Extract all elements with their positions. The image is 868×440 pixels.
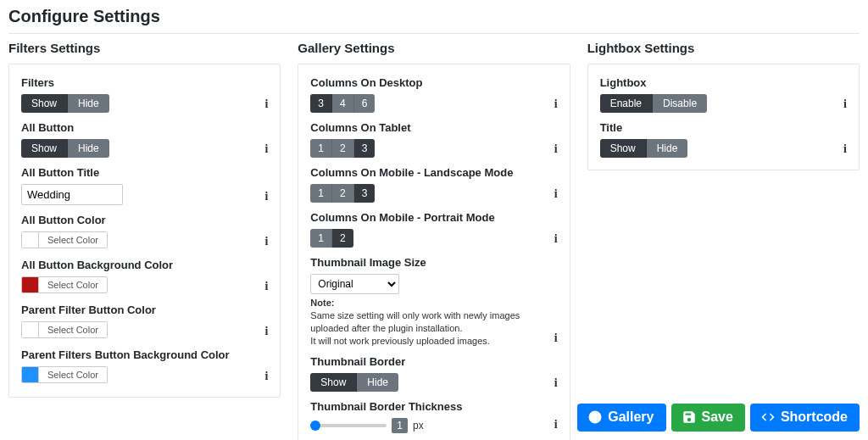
filters-panel: Filters Show Hide i All Button Show Hide… xyxy=(8,64,281,398)
gallery-panel: Columns On Desktop 3 4 6 i Columns On Ta… xyxy=(298,64,570,440)
thumb-border-hide[interactable]: Hide xyxy=(357,373,398,392)
note-line2: It will not work previously uploaded ima… xyxy=(310,336,490,346)
thumb-border-thickness-field: Thumbnail Border Thickness 1 px i xyxy=(310,400,557,433)
info-icon[interactable]: i xyxy=(264,97,268,111)
cols-mobile-land-opt-1[interactable]: 2 xyxy=(332,184,354,203)
code-icon xyxy=(760,409,776,425)
all-button-bg-field: All Button Background Color Select Color… xyxy=(21,259,268,295)
slider-track xyxy=(310,424,387,427)
filters-column: Filters Settings Filters Show Hide i All… xyxy=(8,41,281,398)
color-swatch xyxy=(22,232,39,248)
thumb-size-select[interactable]: Original xyxy=(310,274,399,294)
all-button-toggle-hide[interactable]: Hide xyxy=(68,139,109,158)
cols-desktop-opt-2[interactable]: 6 xyxy=(354,94,376,113)
lightbox-title-hide[interactable]: Hide xyxy=(647,139,688,158)
cols-desktop-opt-1[interactable]: 4 xyxy=(332,94,354,113)
cols-mobile-land-opt-0[interactable]: 1 xyxy=(310,184,332,203)
select-color-label[interactable]: Select Color xyxy=(39,232,107,248)
parent-filter-bg-picker[interactable]: Select Color xyxy=(21,366,108,383)
lightbox-label: Lightbox xyxy=(600,76,847,89)
info-icon[interactable]: i xyxy=(554,142,558,156)
lightbox-title-toggle[interactable]: Show Hide xyxy=(600,139,688,158)
gallery-column: Gallery Settings Columns On Desktop 3 4 … xyxy=(298,41,570,440)
color-swatch xyxy=(22,322,39,337)
cols-tablet-toggle[interactable]: 1 2 3 xyxy=(310,139,375,158)
parent-filter-bg-label: Parent Filters Button Background Color xyxy=(21,348,268,361)
info-icon[interactable]: i xyxy=(554,331,558,345)
all-button-title-input[interactable] xyxy=(21,184,123,205)
all-button-label: All Button xyxy=(21,121,268,134)
save-icon xyxy=(682,409,697,425)
thumb-border-label: Thumbnail Border xyxy=(310,355,557,368)
cols-tablet-opt-2[interactable]: 3 xyxy=(354,139,376,158)
info-icon[interactable]: i xyxy=(264,325,268,338)
cols-mobile-port-opt-0[interactable]: 1 xyxy=(310,229,332,248)
note-line1: Same size setting will only work with ne… xyxy=(310,310,520,333)
info-icon[interactable]: i xyxy=(264,280,268,293)
info-icon[interactable]: i xyxy=(843,142,847,156)
thumb-border-show[interactable]: Show xyxy=(310,373,357,392)
select-color-label[interactable]: Select Color xyxy=(39,277,107,292)
thickness-unit: px xyxy=(413,420,424,432)
lightbox-column: Lightbox Settings Lightbox Enable Disabl… xyxy=(587,41,860,170)
filters-toggle-show[interactable]: Show xyxy=(21,94,68,113)
all-button-color-picker[interactable]: Select Color xyxy=(21,231,108,248)
thumb-size-note: Note: Same size setting will only work w… xyxy=(310,297,557,347)
divider xyxy=(8,33,860,34)
page-title: Configure Settings xyxy=(8,7,860,26)
cols-mobile-land-opt-2[interactable]: 3 xyxy=(354,184,376,203)
cols-mobile-port-opt-1[interactable]: 2 xyxy=(332,229,353,248)
info-icon[interactable]: i xyxy=(264,142,268,156)
info-icon[interactable]: i xyxy=(264,235,268,248)
select-color-label[interactable]: Select Color xyxy=(39,322,107,337)
cols-tablet-opt-1[interactable]: 2 xyxy=(332,139,354,158)
all-button-field: All Button Show Hide i xyxy=(21,121,268,158)
gallery-button[interactable]: Gallery xyxy=(577,404,665,432)
info-icon[interactable]: i xyxy=(843,97,847,111)
all-button-bg-picker[interactable]: Select Color xyxy=(21,276,108,293)
info-icon[interactable]: i xyxy=(554,376,558,390)
shortcode-button[interactable]: Shortcode xyxy=(750,404,860,432)
thickness-slider[interactable] xyxy=(310,420,387,432)
cols-desktop-toggle[interactable]: 3 4 6 xyxy=(310,94,375,113)
all-button-toggle[interactable]: Show Hide xyxy=(21,139,109,158)
cols-tablet-field: Columns On Tablet 1 2 3 i xyxy=(310,121,557,158)
gallery-button-label: Gallery xyxy=(608,410,654,424)
cols-mobile-land-toggle[interactable]: 1 2 3 xyxy=(310,184,375,203)
parent-filter-color-field: Parent Filter Button Color Select Color … xyxy=(21,304,268,340)
cols-mobile-port-toggle[interactable]: 1 2 xyxy=(310,229,353,248)
note-title: Note: xyxy=(310,297,557,309)
filters-toggle[interactable]: Show Hide xyxy=(21,94,109,113)
info-icon[interactable]: i xyxy=(554,232,558,246)
thumb-border-thickness-label: Thumbnail Border Thickness xyxy=(310,400,557,413)
info-icon[interactable]: i xyxy=(264,190,268,203)
select-color-label[interactable]: Select Color xyxy=(39,367,107,382)
all-button-title-field: All Button Title i xyxy=(21,166,268,205)
filters-field: Filters Show Hide i xyxy=(21,76,268,113)
cols-desktop-opt-0[interactable]: 3 xyxy=(310,94,332,113)
all-button-toggle-show[interactable]: Show xyxy=(21,139,68,158)
lightbox-title-show[interactable]: Show xyxy=(600,139,647,158)
color-swatch xyxy=(22,367,39,382)
cols-tablet-label: Columns On Tablet xyxy=(310,121,557,134)
filters-toggle-hide[interactable]: Hide xyxy=(68,94,109,113)
parent-filter-color-picker[interactable]: Select Color xyxy=(21,321,108,338)
cols-mobile-land-label: Columns On Mobile - Landscape Mode xyxy=(310,166,557,179)
all-button-bg-label: All Button Background Color xyxy=(21,259,268,271)
slider-thumb[interactable] xyxy=(310,421,320,431)
thumb-size-label: Thumbnail Image Size xyxy=(310,256,557,269)
save-button[interactable]: Save xyxy=(671,404,745,432)
lightbox-disable[interactable]: Disable xyxy=(653,94,707,113)
cols-tablet-opt-0[interactable]: 1 xyxy=(310,139,332,158)
lightbox-toggle[interactable]: Enable Disable xyxy=(600,94,707,113)
settings-columns: Filters Settings Filters Show Hide i All… xyxy=(8,41,860,440)
info-icon[interactable]: i xyxy=(554,97,558,111)
thickness-value: 1 xyxy=(392,418,408,433)
thumb-border-toggle[interactable]: Show Hide xyxy=(310,373,398,392)
lightbox-enable[interactable]: Enable xyxy=(600,94,653,113)
info-icon[interactable]: i xyxy=(554,187,558,201)
info-icon[interactable]: i xyxy=(554,418,558,432)
lightbox-heading: Lightbox Settings xyxy=(587,41,860,55)
filters-heading: Filters Settings xyxy=(8,41,281,55)
info-icon[interactable]: i xyxy=(264,370,268,383)
